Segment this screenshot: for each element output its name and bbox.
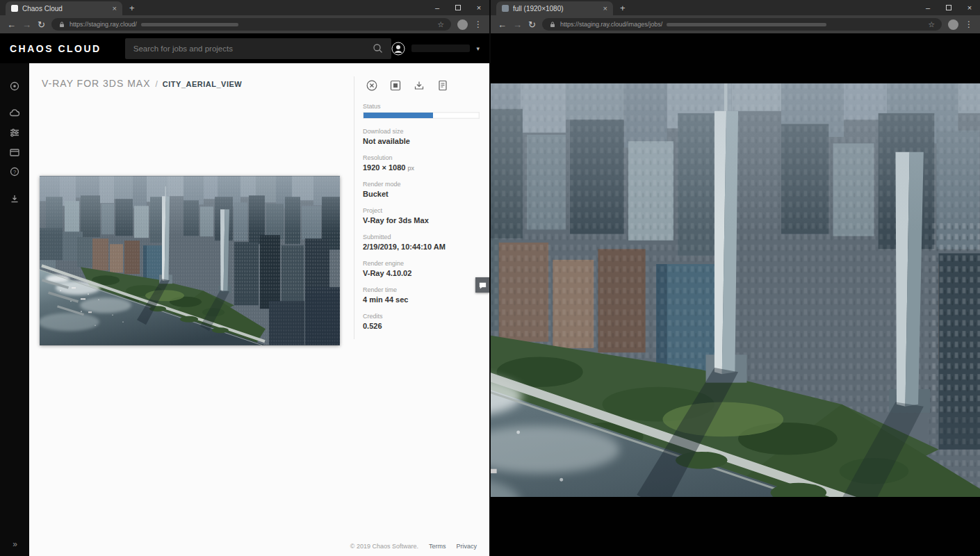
feedback-button[interactable]	[475, 277, 489, 293]
report-icon	[436, 79, 449, 92]
browser-window-chaos-cloud: Chaos Cloud × + – × ← → ↻ https://stagin…	[0, 0, 489, 556]
job-actions	[364, 78, 489, 93]
window-controls: – ×	[427, 0, 489, 15]
chat-bubble-icon	[478, 281, 487, 290]
page-footer: © 2019 Chaos Software. Terms Privacy	[350, 543, 477, 550]
user-name-redacted	[411, 44, 470, 52]
bookmark-star-icon[interactable]: ☆	[928, 20, 935, 29]
tab-close-icon[interactable]: ×	[603, 4, 607, 13]
lock-icon	[58, 21, 65, 28]
detail-status: Status	[363, 103, 489, 119]
cancel-icon	[366, 79, 378, 92]
search-input[interactable]	[133, 44, 373, 53]
browser-toolbar: ← → ↻ https://staging.ray.cloud/images/j…	[491, 15, 980, 33]
tab-close-icon[interactable]: ×	[113, 4, 117, 13]
image-favicon	[502, 5, 509, 12]
search-box	[125, 38, 392, 59]
detail-download-size: Download size Not available	[363, 128, 489, 145]
sidebar-item-billing[interactable]	[0, 142, 29, 162]
window-controls: – ×	[917, 0, 980, 15]
back-button[interactable]: ←	[498, 20, 507, 29]
detail-render-time: Render time 4 min 44 sec	[363, 286, 489, 304]
minimize-button[interactable]: –	[917, 0, 938, 15]
download-icon	[9, 193, 20, 204]
detail-project: Project V-Ray for 3ds Max	[363, 207, 489, 224]
sidebar: ? »	[0, 63, 29, 556]
render-thumbnail[interactable]	[40, 176, 340, 345]
terms-link[interactable]: Terms	[429, 543, 446, 550]
report-button[interactable]	[435, 78, 450, 93]
new-tab-button[interactable]: +	[129, 3, 135, 13]
url-text: https://staging.ray.cloud/images/jobs/	[560, 21, 662, 28]
svg-text:?: ?	[13, 169, 16, 175]
app-header: CHAOS CLOUD ▾	[0, 33, 489, 63]
address-bar[interactable]: https://staging.ray.cloud/ ☆	[51, 18, 451, 31]
breadcrumb: V-RAY FOR 3DS MAX / CITY_AERIAL_VIEW	[42, 78, 242, 89]
detail-submitted: Submitted 2/19/2019, 10:44:10 AM	[363, 234, 489, 251]
close-button[interactable]: ×	[468, 0, 489, 15]
maximize-button[interactable]	[938, 0, 959, 15]
cancel-job-button[interactable]	[364, 78, 379, 93]
stop-icon	[389, 79, 402, 92]
download-output-button[interactable]	[411, 78, 427, 93]
breadcrumb-current-job: CITY_AERIAL_VIEW	[163, 80, 242, 88]
chaos-cloud-logo[interactable]: CHAOS CLOUD	[10, 43, 101, 54]
job-details-panel: Status Download size Not available Resol…	[354, 76, 489, 339]
refresh-button[interactable]: ↻	[528, 20, 536, 29]
back-button[interactable]: ←	[7, 20, 16, 29]
detail-credits: Credits 0.526	[363, 313, 489, 330]
breadcrumb-separator: /	[156, 79, 158, 89]
cloud-icon	[9, 108, 20, 119]
browser-profile-avatar[interactable]	[457, 19, 468, 30]
copyright-text: © 2019 Chaos Software.	[350, 543, 418, 550]
stop-job-button[interactable]	[388, 78, 403, 93]
url-redacted	[141, 23, 238, 26]
minimize-button[interactable]: –	[427, 0, 448, 15]
status-progress-bar	[363, 112, 480, 119]
sidebar-item-filters[interactable]	[0, 123, 29, 142]
image-viewer	[491, 33, 980, 556]
sidebar-item-jobs[interactable]	[0, 76, 29, 96]
url-redacted	[667, 23, 826, 26]
user-avatar-icon	[391, 42, 405, 56]
sidebar-item-cloud[interactable]	[0, 104, 29, 123]
browser-menu-icon[interactable]: ⋮	[965, 19, 973, 29]
jobs-icon	[9, 81, 20, 92]
url-text: https://staging.ray.cloud/	[70, 21, 137, 28]
chaos-cloud-favicon	[11, 5, 18, 12]
tab-chaos-cloud[interactable]: Chaos Cloud ×	[6, 1, 122, 15]
browser-toolbar: ← → ↻ https://staging.ray.cloud/ ☆ ⋮	[0, 15, 489, 33]
forward-button[interactable]: →	[22, 20, 31, 29]
browser-profile-avatar[interactable]	[948, 19, 958, 30]
breadcrumb-project-link[interactable]: V-RAY FOR 3DS MAX	[42, 78, 151, 89]
maximize-button[interactable]	[448, 0, 468, 15]
user-menu[interactable]: ▾	[391, 42, 480, 56]
browser-menu-icon[interactable]: ⋮	[474, 19, 482, 29]
detail-resolution: Resolution 1920 × 1080 px	[363, 154, 489, 172]
close-button[interactable]: ×	[959, 0, 980, 15]
forward-button[interactable]: →	[513, 20, 522, 29]
new-tab-button[interactable]: +	[620, 3, 626, 13]
sidebar-expand-button[interactable]: »	[0, 539, 29, 549]
credit-card-icon	[9, 147, 20, 158]
tab-full-image[interactable]: full (1920×1080) ×	[496, 1, 613, 15]
bookmark-star-icon[interactable]: ☆	[437, 20, 444, 29]
render-full-image[interactable]	[491, 83, 980, 497]
download-icon	[413, 79, 425, 92]
chevron-down-icon: ▾	[476, 45, 480, 52]
sidebar-item-downloads[interactable]	[0, 189, 29, 208]
status-progress-fill	[364, 113, 433, 118]
main-content: V-RAY FOR 3DS MAX / CITY_AERIAL_VIEW	[29, 63, 489, 556]
browser-window-full-image: full (1920×1080) × + – × ← → ↻ https://s…	[491, 0, 980, 556]
tab-title: Chaos Cloud	[22, 5, 108, 13]
search-icon	[373, 43, 383, 54]
sidebar-item-help[interactable]: ?	[0, 162, 29, 181]
help-icon: ?	[9, 166, 20, 177]
tab-title: full (1920×1080)	[513, 5, 599, 13]
detail-render-mode: Render mode Bucket	[363, 181, 489, 198]
address-bar[interactable]: https://staging.ray.cloud/images/jobs/ ☆	[542, 18, 942, 31]
detail-render-engine: Render engine V-Ray 4.10.02	[363, 260, 489, 277]
refresh-button[interactable]: ↻	[38, 20, 45, 29]
desktop: Chaos Cloud × + – × ← → ↻ https://stagin…	[0, 0, 980, 556]
privacy-link[interactable]: Privacy	[456, 543, 477, 550]
